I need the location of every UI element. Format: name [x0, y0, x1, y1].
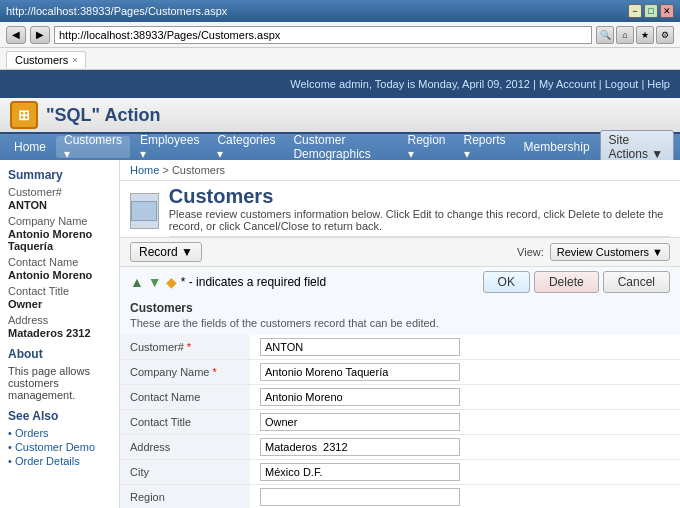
breadcrumb: Home > Customers — [120, 160, 680, 181]
sidebar-company-value: Antonio Moreno Taquería — [8, 228, 111, 252]
field-input-0[interactable] — [260, 338, 460, 356]
table-row: Region — [120, 485, 680, 509]
toolbar-left: Record ▼ — [130, 242, 202, 262]
required-star: * — [187, 341, 191, 353]
close-button[interactable]: ✕ — [660, 4, 674, 18]
top-action-row: ▲ ▼ ◆ * - indicates a required field OK … — [120, 267, 680, 297]
toolbar: Record ▼ View: Review Customers ▼ — [120, 238, 680, 267]
sidebar-about-text: This page allows customers management. — [8, 365, 111, 401]
cancel-button-top[interactable]: Cancel — [603, 271, 670, 293]
field-label-6: Region — [120, 485, 250, 509]
nav-item-home[interactable]: Home — [6, 136, 54, 158]
brand-icon-symbol: ⊞ — [18, 107, 30, 123]
title-bar: http://localhost:38933/Pages/Customers.a… — [0, 0, 680, 22]
delete-button-top[interactable]: Delete — [534, 271, 599, 293]
field-input-2[interactable] — [260, 388, 460, 406]
field-label-2: Contact Name — [120, 385, 250, 410]
nav-item-employees[interactable]: Employees ▾ — [132, 136, 207, 158]
content-area: Home > Customers Customers Please review… — [120, 160, 680, 508]
nav-item-reports[interactable]: Reports ▾ — [456, 136, 514, 158]
sidebar-company-label: Company Name — [8, 215, 111, 227]
settings-icon[interactable]: ⚙ — [656, 26, 674, 44]
sidebar-see-also-title: See Also — [8, 409, 111, 423]
sidebar-contact-value: Antonio Moreno — [8, 269, 111, 281]
arrow-up-icon: ▲ — [130, 274, 144, 290]
field-input-6[interactable] — [260, 488, 460, 506]
sidebar-link-customer-demo[interactable]: Customer Demo — [8, 441, 111, 453]
nav-item-categories[interactable]: Categories ▾ — [209, 136, 283, 158]
site-actions-button[interactable]: Site Actions ▼ — [600, 130, 674, 164]
back-button[interactable]: ◀ — [6, 26, 26, 44]
window-controls: − □ ✕ — [628, 4, 674, 18]
sidebar-about-title: About — [8, 347, 111, 361]
address-bar: ◀ ▶ 🔍 ⌂ ★ ⚙ — [0, 22, 680, 48]
record-button[interactable]: Record ▼ — [130, 242, 202, 262]
minimize-button[interactable]: − — [628, 4, 642, 18]
breadcrumb-home[interactable]: Home — [130, 164, 159, 176]
customers-section-subtitle: These are the fields of the customers re… — [120, 317, 680, 335]
page-title: Customers — [169, 185, 670, 208]
address-input[interactable] — [54, 26, 592, 44]
sidebar-title-label: Contact Title — [8, 285, 111, 297]
ok-button-top[interactable]: OK — [483, 271, 530, 293]
sidebar-link-orders[interactable]: Orders — [8, 427, 111, 439]
view-label: View: — [517, 246, 544, 258]
customers-section-title: Customers — [120, 297, 680, 317]
sidebar-title-value: Owner — [8, 298, 111, 310]
nav-item-customers[interactable]: Customers ▾ — [56, 136, 130, 158]
required-notice-area: ▲ ▼ ◆ * - indicates a required field — [130, 274, 326, 290]
table-row: Contact Title — [120, 410, 680, 435]
form-table: Customer# * Company Name * Contact Name … — [120, 335, 680, 508]
top-buttons: OK Delete Cancel — [483, 271, 670, 293]
app-brand: ⊞ "SQL" Action — [0, 98, 680, 134]
field-input-5[interactable] — [260, 463, 460, 481]
table-row: Customer# * — [120, 335, 680, 360]
field-label-5: City — [120, 460, 250, 485]
header-welcome: Welcome admin, Today is Monday, April 09… — [290, 78, 670, 90]
star-icon[interactable]: ★ — [636, 26, 654, 44]
breadcrumb-separator: > — [162, 164, 171, 176]
arrow-down-icon: ▼ — [148, 274, 162, 290]
sidebar: Summary Customer# ANTON Company Name Ant… — [0, 160, 120, 508]
search-icon[interactable]: 🔍 — [596, 26, 614, 44]
toolbar-right: View: Review Customers ▼ — [517, 243, 670, 261]
tab-bar: Customers × — [0, 48, 680, 70]
brand-icon: ⊞ — [10, 101, 38, 129]
sidebar-link-order-details[interactable]: Order Details — [8, 455, 111, 467]
main-layout: Summary Customer# ANTON Company Name Ant… — [0, 160, 680, 508]
breadcrumb-current: Customers — [172, 164, 225, 176]
field-input-1[interactable] — [260, 363, 460, 381]
field-label-3: Contact Title — [120, 410, 250, 435]
table-row: Address — [120, 435, 680, 460]
table-row: City — [120, 460, 680, 485]
nav-item-demographics[interactable]: Customer Demographics — [285, 136, 397, 158]
window-title: http://localhost:38933/Pages/Customers.a… — [6, 5, 227, 17]
maximize-button[interactable]: □ — [644, 4, 658, 18]
sidebar-customer-value: ANTON — [8, 199, 111, 211]
field-label-0: Customer# * — [120, 335, 250, 360]
tab-close-button[interactable]: × — [72, 55, 77, 65]
page-icon — [130, 193, 159, 229]
page-description: Please review customers information belo… — [169, 208, 670, 237]
home-icon[interactable]: ⌂ — [616, 26, 634, 44]
browser-tab[interactable]: Customers × — [6, 51, 86, 68]
nav-item-membership[interactable]: Membership — [516, 136, 598, 158]
forward-button[interactable]: ▶ — [30, 26, 50, 44]
nav-menu: Home Customers ▾ Employees ▾ Categories … — [0, 134, 680, 160]
field-label-1: Company Name * — [120, 360, 250, 385]
required-text: * - indicates a required field — [181, 275, 326, 289]
required-star: * — [213, 366, 217, 378]
sidebar-contact-label: Contact Name — [8, 256, 111, 268]
table-row: Contact Name — [120, 385, 680, 410]
field-input-3[interactable] — [260, 413, 460, 431]
stop-icon: ◆ — [166, 274, 177, 290]
brand-title: "SQL" Action — [46, 105, 160, 126]
nav-item-region[interactable]: Region ▾ — [400, 136, 454, 158]
field-label-4: Address — [120, 435, 250, 460]
sidebar-address-value: Mataderos 2312 — [8, 327, 111, 339]
sidebar-address-label: Address — [8, 314, 111, 326]
sidebar-customer-label: Customer# — [8, 186, 111, 198]
view-select[interactable]: Review Customers ▼ — [550, 243, 670, 261]
table-row: Company Name * — [120, 360, 680, 385]
field-input-4[interactable] — [260, 438, 460, 456]
